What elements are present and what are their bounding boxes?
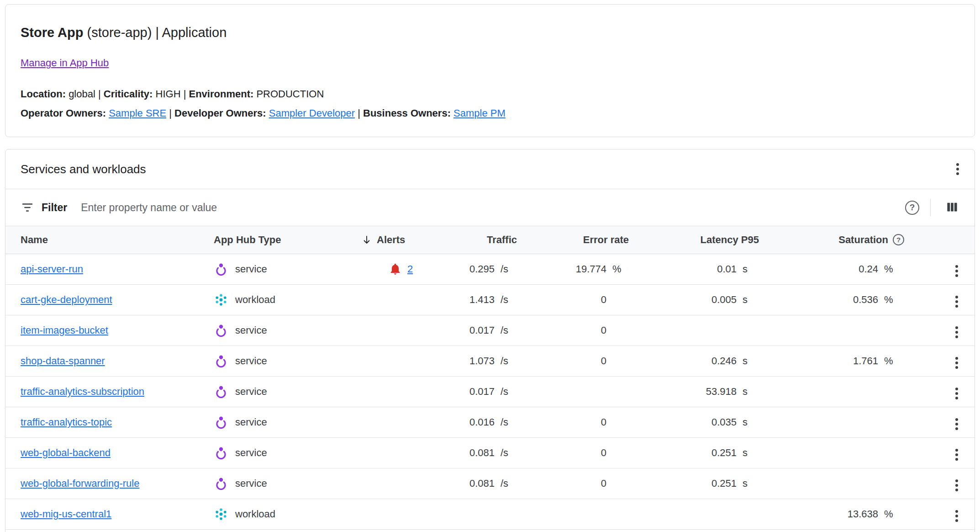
latency-unit: s — [743, 386, 759, 398]
error-value: 0 — [601, 416, 606, 428]
page-title: Store App (store-app) | Application — [21, 25, 959, 41]
error-unit: % — [612, 263, 629, 275]
page: Store App (store-app) | Application Mana… — [0, 0, 980, 532]
table-row: web-global-backend — [5, 437, 975, 468]
filter-icon — [21, 201, 34, 214]
latency-unit: s — [743, 478, 759, 489]
workload-icon — [214, 293, 228, 307]
row-name-link[interactable]: cart-gke-deployment — [21, 294, 112, 305]
table-body: api-server-run — [5, 254, 975, 529]
latency-unit: s — [743, 294, 759, 306]
filter-label[interactable]: Filter — [42, 202, 67, 214]
row-menu-button[interactable] — [953, 477, 961, 494]
separator: | — [98, 88, 101, 100]
column-header-error-rate[interactable]: Error rate — [583, 234, 629, 246]
divider — [930, 199, 931, 216]
traffic-unit: /s — [501, 325, 517, 336]
type-label: service — [235, 355, 267, 367]
app-title-suffix: (store-app) | Application — [87, 25, 227, 40]
error-value: 0 — [601, 325, 606, 336]
row-name-link[interactable]: traffic-analytics-topic — [21, 416, 112, 428]
service-icon — [214, 384, 228, 399]
alert-count-link[interactable]: 2 — [407, 263, 413, 275]
alert-cell-content: 2 — [346, 262, 444, 276]
row-name-link[interactable]: api-server-run — [21, 263, 83, 275]
panel-menu-button[interactable] — [953, 160, 963, 179]
table-row: cart-gke-deployment — [5, 284, 975, 315]
app-name: Store App — [21, 25, 83, 40]
table-header-row: Name App Hub Type Alerts Traffic — [5, 226, 975, 254]
operator-owner-link[interactable]: Sample SRE — [109, 107, 166, 119]
latency-value: 0.246 — [711, 355, 737, 367]
latency-value: 53.918 — [706, 386, 737, 398]
row-menu-button[interactable] — [953, 507, 961, 525]
traffic-value: 0.017 — [469, 325, 495, 336]
type-label: service — [235, 478, 267, 489]
separator: | — [169, 107, 172, 119]
column-header-latency[interactable]: Latency P95 — [701, 234, 759, 246]
row-menu-button[interactable] — [953, 324, 961, 341]
environment-label: Environment: — [189, 88, 254, 100]
latency-unit: s — [743, 263, 759, 275]
row-menu-button[interactable] — [953, 415, 961, 433]
row-name-link[interactable]: web-global-forwarding-rule — [21, 478, 139, 489]
traffic-value: 0.017 — [469, 386, 495, 398]
column-header-alerts[interactable]: Alerts — [377, 234, 405, 246]
row-menu-button[interactable] — [953, 293, 961, 310]
row-name-link[interactable]: traffic-analytics-subscription — [21, 386, 144, 397]
error-value: 19.774 — [576, 263, 606, 275]
more-vert-icon — [956, 163, 959, 175]
app-overview-card: Store App (store-app) | Application Mana… — [5, 4, 975, 137]
error-value: 0 — [601, 355, 606, 367]
developer-owner-link[interactable]: Sampler Developer — [269, 107, 355, 119]
table-row: shop-data-spanner — [5, 346, 975, 376]
column-header-type[interactable]: App Hub Type — [214, 234, 281, 245]
traffic-value: 0.081 — [469, 447, 495, 459]
table-row: web-mig-us-central1 — [5, 499, 975, 529]
service-icon — [214, 354, 228, 368]
traffic-value: 0.295 — [469, 263, 495, 275]
latency-value: 0.035 — [711, 416, 737, 428]
services-table: Name App Hub Type Alerts Traffic — [5, 226, 975, 530]
error-value: 0 — [601, 294, 606, 306]
column-header-name[interactable]: Name — [21, 234, 48, 245]
traffic-unit: /s — [501, 294, 517, 306]
more-vert-icon — [955, 357, 958, 369]
row-name-link[interactable]: web-mig-us-central1 — [21, 508, 111, 520]
location-value: global — [68, 88, 95, 100]
criticality-label: Criticality: — [104, 88, 153, 100]
column-display-options-button[interactable] — [942, 197, 963, 219]
type-label: service — [235, 386, 267, 398]
help-icon[interactable]: ? — [905, 201, 919, 215]
latency-value: 0.01 — [717, 263, 737, 275]
column-header-saturation[interactable]: Saturation — [838, 234, 888, 246]
column-header-traffic[interactable]: Traffic — [487, 234, 517, 246]
row-name-link[interactable]: shop-data-spanner — [21, 355, 105, 367]
saturation-help-icon[interactable]: ? — [893, 234, 904, 245]
separator: | — [184, 88, 186, 100]
row-menu-button[interactable] — [953, 385, 961, 402]
row-menu-button[interactable] — [953, 354, 961, 372]
row-name-link[interactable]: web-global-backend — [21, 447, 111, 458]
row-menu-button[interactable] — [953, 262, 961, 280]
separator: | — [358, 107, 360, 119]
traffic-unit: /s — [501, 478, 517, 489]
latency-value: 0.251 — [711, 478, 737, 489]
traffic-value: 1.073 — [469, 355, 495, 367]
latency-unit: s — [743, 447, 759, 459]
row-menu-button[interactable] — [953, 446, 961, 463]
services-panel: Services and workloads Filter ? — [5, 149, 975, 532]
table-row: traffic-analytics-topic — [5, 407, 975, 437]
more-vert-icon — [955, 296, 958, 308]
business-owner-link[interactable]: Sample PM — [453, 107, 506, 119]
traffic-unit: /s — [501, 355, 517, 367]
operator-owners-label: Operator Owners: — [21, 107, 106, 119]
type-label: workload — [235, 508, 275, 520]
manage-in-app-hub-link[interactable]: Manage in App Hub — [21, 57, 109, 69]
row-name-link[interactable]: item-images-bucket — [21, 325, 108, 336]
sort-descending-icon[interactable] — [361, 234, 372, 245]
filter-input[interactable] — [81, 202, 905, 214]
saturation-value: 1.761 — [853, 355, 878, 367]
alert-bell-icon — [389, 262, 402, 276]
more-vert-icon — [955, 326, 958, 338]
